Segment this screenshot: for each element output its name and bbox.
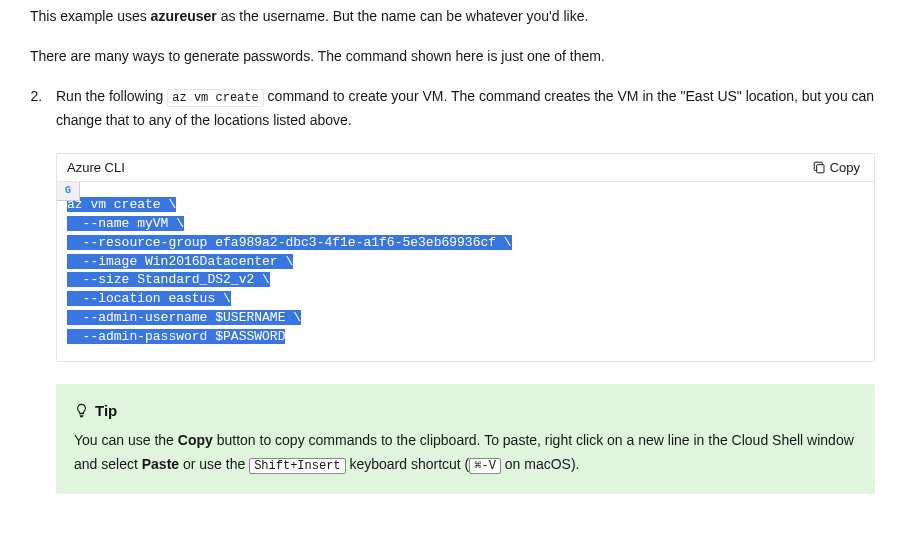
copy-icon [813, 161, 826, 174]
text: This example uses [30, 8, 151, 24]
spacer [30, 494, 875, 541]
copy-button-label: Copy [830, 160, 860, 175]
translate-badge[interactable]: G [57, 182, 80, 201]
tip-header: Tip [74, 402, 857, 419]
text: keyboard shortcut ( [346, 456, 470, 472]
text: You can use the [74, 432, 178, 448]
doc-scroll-container[interactable]: This example uses azureuser as the usern… [0, 0, 905, 541]
code-line-3: --resource-group efa989a2-dbc3-4f1e-a1f6… [67, 235, 512, 250]
code-line-5: --size Standard_DS2_v2 \ [67, 272, 270, 287]
step-2: Run the following az vm create command t… [50, 85, 875, 494]
code-line-7: --admin-username $USERNAME \ [67, 310, 301, 325]
tip-title: Tip [95, 402, 117, 419]
code-line-4: --image Win2016Datacenter \ [67, 254, 293, 269]
code-language-label: Azure CLI [67, 160, 125, 175]
username-bold: azureuser [151, 8, 217, 24]
code-line-2: --name myVM \ [67, 216, 184, 231]
code-block-header: Azure CLI Copy [57, 154, 874, 181]
lightbulb-icon [74, 403, 89, 418]
code-line-8: --admin-password $PASSWORD [67, 329, 285, 344]
code-line-6: --location eastus \ [67, 291, 231, 306]
tip-callout: Tip You can use the Copy button to copy … [56, 384, 875, 495]
text: or use the [179, 456, 249, 472]
text: as the username. But the name can be wha… [217, 8, 589, 24]
code-block-body[interactable]: G az vm create \ --name myVM \ --resourc… [57, 181, 874, 361]
inline-code-az-vm-create: az vm create [167, 89, 263, 107]
paste-bold: Paste [142, 456, 179, 472]
svg-rect-0 [816, 165, 823, 173]
code-block: Azure CLI Copy G az vm create \ --name m… [56, 153, 875, 362]
copy-bold: Copy [178, 432, 213, 448]
intro-paragraph-2: There are many ways to generate password… [30, 46, 875, 68]
tip-body: You can use the Copy button to copy comm… [74, 429, 857, 477]
text: on macOS). [501, 456, 580, 472]
text: Run the following [56, 88, 167, 104]
step-2-text: Run the following az vm create command t… [56, 85, 875, 133]
intro-paragraph-1: This example uses azureuser as the usern… [30, 6, 875, 28]
kbd-shift-insert: Shift+Insert [249, 458, 345, 474]
code-line-1: az vm create \ [67, 197, 176, 212]
copy-button[interactable]: Copy [809, 158, 864, 177]
kbd-cmd-v: ⌘-V [469, 458, 501, 474]
